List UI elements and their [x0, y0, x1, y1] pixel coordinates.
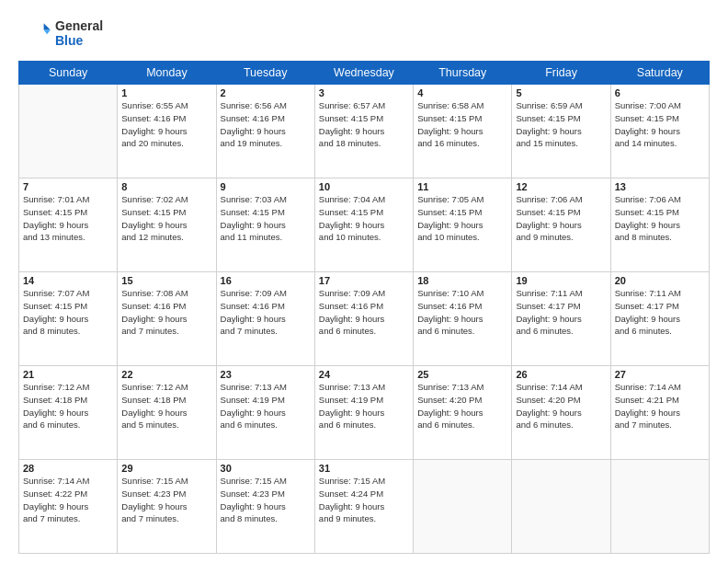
calendar-cell: 20Sunrise: 7:11 AMSunset: 4:17 PMDayligh… [610, 272, 709, 366]
day-number: 30 [221, 463, 311, 474]
svg-marker-0 [44, 23, 51, 29]
day-number: 24 [319, 369, 409, 380]
calendar-cell: 15Sunrise: 7:08 AMSunset: 4:16 PMDayligh… [118, 272, 216, 366]
day-number: 15 [121, 275, 211, 286]
calendar-cell: 28Sunrise: 7:14 AMSunset: 4:22 PMDayligh… [19, 460, 118, 554]
weekday-header-wednesday: Wednesday [314, 62, 413, 85]
day-number: 20 [615, 275, 705, 286]
day-info: Sunrise: 6:56 AMSunset: 4:16 PMDaylight:… [221, 99, 311, 150]
day-info: Sunrise: 7:02 AMSunset: 4:15 PMDaylight:… [121, 193, 211, 244]
day-info: Sunrise: 7:03 AMSunset: 4:15 PMDaylight:… [221, 193, 311, 244]
calendar-cell: 3Sunrise: 6:57 AMSunset: 4:15 PMDaylight… [314, 85, 413, 178]
day-number: 29 [121, 463, 211, 474]
calendar-cell: 30Sunrise: 7:15 AMSunset: 4:23 PMDayligh… [216, 460, 314, 554]
calendar-table: SundayMondayTuesdayWednesdayThursdayFrid… [18, 61, 710, 554]
day-number: 16 [221, 275, 311, 286]
calendar-cell: 12Sunrise: 7:06 AMSunset: 4:15 PMDayligh… [512, 178, 610, 272]
calendar-cell: 27Sunrise: 7:14 AMSunset: 4:21 PMDayligh… [610, 366, 709, 460]
day-info: Sunrise: 7:13 AMSunset: 4:19 PMDaylight:… [319, 381, 409, 431]
week-row-3: 14Sunrise: 7:07 AMSunset: 4:15 PMDayligh… [19, 272, 710, 366]
calendar-cell: 10Sunrise: 7:04 AMSunset: 4:15 PMDayligh… [314, 178, 413, 272]
day-number: 21 [23, 369, 113, 380]
week-row-4: 21Sunrise: 7:12 AMSunset: 4:18 PMDayligh… [19, 366, 710, 460]
day-info: Sunrise: 7:04 AMSunset: 4:15 PMDaylight:… [319, 193, 409, 244]
calendar-cell: 21Sunrise: 7:12 AMSunset: 4:18 PMDayligh… [19, 366, 118, 460]
day-info: Sunrise: 7:01 AMSunset: 4:15 PMDaylight:… [23, 193, 113, 244]
day-info: Sunrise: 6:59 AMSunset: 4:15 PMDaylight:… [516, 99, 606, 150]
day-info: Sunrise: 7:15 AMSunset: 4:23 PMDaylight:… [121, 475, 211, 525]
calendar-cell [19, 85, 118, 178]
day-number: 18 [417, 275, 507, 286]
weekday-header-thursday: Thursday [414, 62, 512, 85]
day-number: 28 [23, 463, 113, 474]
header: GeneralBlue [18, 17, 710, 50]
day-number: 19 [516, 275, 606, 286]
day-number: 31 [319, 463, 409, 474]
svg-marker-1 [44, 29, 51, 34]
day-number: 8 [121, 181, 211, 192]
day-number: 13 [615, 181, 705, 192]
day-number: 7 [23, 181, 113, 192]
day-info: Sunrise: 7:10 AMSunset: 4:16 PMDaylight:… [417, 287, 507, 338]
logo-blue: Blue [55, 33, 103, 48]
day-number: 25 [417, 369, 507, 380]
day-number: 10 [319, 181, 409, 192]
page: GeneralBlue SundayMondayTuesdayWednesday… [0, 0, 728, 563]
calendar-cell [512, 460, 610, 554]
calendar-cell: 17Sunrise: 7:09 AMSunset: 4:16 PMDayligh… [314, 272, 413, 366]
day-info: Sunrise: 7:00 AMSunset: 4:15 PMDaylight:… [615, 99, 705, 150]
day-info: Sunrise: 7:13 AMSunset: 4:20 PMDaylight:… [417, 381, 507, 431]
calendar-cell: 13Sunrise: 7:06 AMSunset: 4:15 PMDayligh… [610, 178, 709, 272]
calendar-cell: 8Sunrise: 7:02 AMSunset: 4:15 PMDaylight… [118, 178, 216, 272]
logo: GeneralBlue [18, 17, 103, 50]
calendar-cell: 22Sunrise: 7:12 AMSunset: 4:18 PMDayligh… [118, 366, 216, 460]
calendar-cell: 23Sunrise: 7:13 AMSunset: 4:19 PMDayligh… [216, 366, 314, 460]
day-info: Sunrise: 7:05 AMSunset: 4:15 PMDaylight:… [417, 193, 507, 244]
weekday-header-sunday: Sunday [19, 62, 118, 85]
calendar-cell: 18Sunrise: 7:10 AMSunset: 4:16 PMDayligh… [414, 272, 512, 366]
day-number: 1 [121, 87, 211, 98]
day-info: Sunrise: 7:07 AMSunset: 4:15 PMDaylight:… [23, 287, 113, 338]
week-row-1: 1Sunrise: 6:55 AMSunset: 4:16 PMDaylight… [19, 85, 710, 178]
week-row-5: 28Sunrise: 7:14 AMSunset: 4:22 PMDayligh… [19, 460, 710, 554]
day-info: Sunrise: 7:12 AMSunset: 4:18 PMDaylight:… [23, 381, 113, 431]
calendar-cell: 29Sunrise: 7:15 AMSunset: 4:23 PMDayligh… [118, 460, 216, 554]
calendar-cell [414, 460, 512, 554]
day-number: 4 [417, 87, 507, 98]
day-number: 3 [319, 87, 409, 98]
weekday-header-tuesday: Tuesday [216, 62, 314, 85]
calendar-cell: 24Sunrise: 7:13 AMSunset: 4:19 PMDayligh… [314, 366, 413, 460]
calendar-cell: 1Sunrise: 6:55 AMSunset: 4:16 PMDaylight… [118, 85, 216, 178]
weekday-header-friday: Friday [512, 62, 610, 85]
day-number: 17 [319, 275, 409, 286]
day-info: Sunrise: 7:13 AMSunset: 4:19 PMDaylight:… [221, 381, 311, 431]
calendar-cell: 25Sunrise: 7:13 AMSunset: 4:20 PMDayligh… [414, 366, 512, 460]
day-info: Sunrise: 7:11 AMSunset: 4:17 PMDaylight:… [516, 287, 606, 338]
logo-general: General [55, 18, 103, 33]
logo-svg [18, 17, 51, 50]
calendar-cell: 11Sunrise: 7:05 AMSunset: 4:15 PMDayligh… [414, 178, 512, 272]
day-number: 12 [516, 181, 606, 192]
day-number: 14 [23, 275, 113, 286]
day-info: Sunrise: 6:57 AMSunset: 4:15 PMDaylight:… [319, 99, 409, 150]
calendar-cell: 5Sunrise: 6:59 AMSunset: 4:15 PMDaylight… [512, 85, 610, 178]
calendar-cell: 7Sunrise: 7:01 AMSunset: 4:15 PMDaylight… [19, 178, 118, 272]
weekday-header-row: SundayMondayTuesdayWednesdayThursdayFrid… [19, 62, 710, 85]
calendar-cell: 19Sunrise: 7:11 AMSunset: 4:17 PMDayligh… [512, 272, 610, 366]
day-info: Sunrise: 7:09 AMSunset: 4:16 PMDaylight:… [221, 287, 311, 338]
calendar-cell: 9Sunrise: 7:03 AMSunset: 4:15 PMDaylight… [216, 178, 314, 272]
day-info: Sunrise: 7:09 AMSunset: 4:16 PMDaylight:… [319, 287, 409, 338]
day-number: 2 [221, 87, 311, 98]
day-number: 27 [615, 369, 705, 380]
day-info: Sunrise: 7:15 AMSunset: 4:23 PMDaylight:… [221, 475, 311, 525]
weekday-header-monday: Monday [118, 62, 216, 85]
day-info: Sunrise: 7:12 AMSunset: 4:18 PMDaylight:… [121, 381, 211, 431]
day-info: Sunrise: 7:06 AMSunset: 4:15 PMDaylight:… [615, 193, 705, 244]
day-number: 22 [121, 369, 211, 380]
day-number: 9 [221, 181, 311, 192]
weekday-header-saturday: Saturday [610, 62, 709, 85]
day-number: 5 [516, 87, 606, 98]
day-info: Sunrise: 6:55 AMSunset: 4:16 PMDaylight:… [121, 99, 211, 150]
day-number: 26 [516, 369, 606, 380]
calendar-cell: 14Sunrise: 7:07 AMSunset: 4:15 PMDayligh… [19, 272, 118, 366]
